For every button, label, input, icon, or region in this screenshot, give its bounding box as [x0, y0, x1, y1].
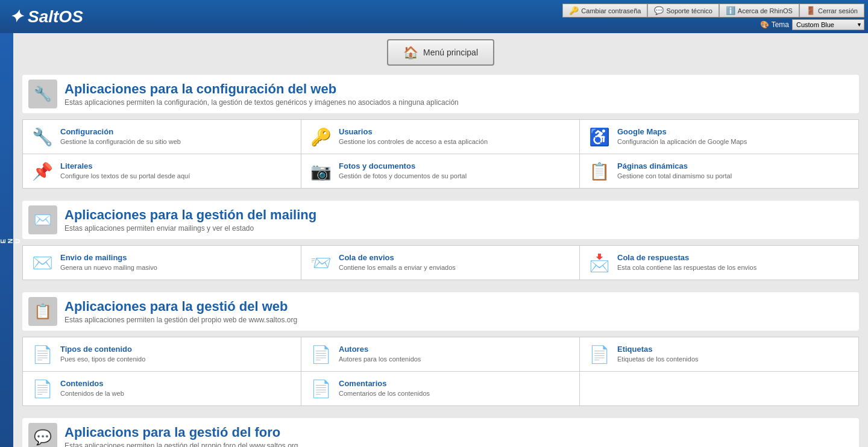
logout-button[interactable]: 🚪Cerrar sesión [799, 4, 864, 17]
app-cell-desc: Esta cola contiene las respuestas de los… [617, 263, 756, 272]
app-icon-literales: 📌 [30, 159, 54, 183]
about-button[interactable]: ℹ️Acerca de RhinOS [719, 4, 799, 17]
section-header-forum: 💬Aplicacions para la gestió del foroEsta… [22, 418, 859, 447]
section-header-web-config: 🔧Aplicaciones para la configuración del … [22, 75, 859, 113]
app-cell[interactable]: 📄AutoresAutores para los contenidos [301, 337, 580, 372]
app-cell-title: Literales [60, 161, 190, 170]
main-content: 🏠 Menú principal 🔧Aplicaciones para la c… [13, 33, 868, 447]
section-title-web-gestion: Aplicaciones para la gestió del web [64, 299, 297, 314]
theme-select[interactable]: Custom Blue [792, 19, 864, 30]
app-icon-páginas-dinámicas: 📋 [587, 159, 611, 183]
section-icon-mailing: ✉️ [28, 205, 57, 234]
section-desc-web-config: Estas aplicaciones permiten la configura… [64, 98, 459, 107]
app-cell-title: Comentarios [339, 379, 430, 388]
app-icon-comentarios: 📄 [309, 377, 333, 401]
app-icon-contenidos: 📄 [30, 377, 54, 401]
app-icon-tipos-de-contenido: 📄 [30, 342, 54, 366]
about-icon: ℹ️ [726, 6, 735, 15]
menu-principal-label: Menú principal [423, 48, 478, 57]
app-cell [580, 372, 858, 405]
section-header-mailing: ✉️Aplicaciones para la gestión del maili… [22, 201, 859, 239]
app-cell-title: Contenidos [60, 379, 124, 388]
section-icon-web-gestion: 📋 [28, 297, 57, 326]
app-cell-desc: Genera un nuevo mailing masivo [60, 263, 157, 272]
app-icon-configuración: 🔧 [30, 125, 54, 149]
app-cell[interactable]: 📨Cola de enviosContiene los emails a env… [301, 246, 580, 280]
section-title-web-config: Aplicaciones para la configuración del w… [64, 81, 459, 97]
logout-icon: 🚪 [806, 6, 816, 15]
theme-label: 🎨 Tema [760, 20, 789, 29]
app-cell[interactable]: 📌LiteralesConfigure los textos de su por… [23, 154, 301, 188]
app-cell[interactable]: 📄ComentariosComentarios de los contenido… [301, 372, 580, 405]
change-password-icon: 🔑 [569, 6, 579, 15]
app-cell-desc: Gestione los controles de acceso a esta … [339, 137, 488, 146]
app-cell-desc: Configure los textos de su portal desde … [60, 172, 190, 180]
app-cell-desc: Comentarios de los contenidos [339, 389, 430, 398]
app-icon-autores: 📄 [309, 342, 333, 366]
app-grid-mailing: ✉️Envio de mailingsGenera un nuevo maili… [22, 245, 859, 280]
header: ✦ SaltOS 🔑Cambiar contraseña💬Soporte téc… [0, 0, 868, 33]
app-cell-desc: Contenidos de la web [60, 389, 124, 398]
app-cell-title: Fotos y documentos [339, 161, 467, 170]
app-cell-title: Páginas dinámicas [617, 161, 732, 170]
section-forum: 💬Aplicacions para la gestió del foroEsta… [22, 418, 859, 447]
section-desc-mailing: Estas aplicaciones permiten enviar maili… [64, 224, 316, 233]
app-cell-title: Cola de envios [339, 253, 456, 262]
app-cell-desc: Etiquetas de los contenidos [617, 355, 699, 363]
section-desc-web-gestion: Estas aplicaciones permiten la gestión d… [64, 316, 297, 324]
app-icon-google-maps: ♿ [587, 125, 611, 149]
app-cell[interactable]: 🔑UsuariosGestione los controles de acces… [301, 120, 580, 154]
app-cell[interactable]: ✉️Envio de mailingsGenera un nuevo maili… [23, 246, 301, 280]
header-right: 🔑Cambiar contraseña💬Soporte técnicoℹ️Ace… [562, 0, 868, 33]
app-cell-desc: Contiene los emails a enviar y enviados [339, 263, 456, 272]
app-cell-desc: Configuración la aplicación de Google Ma… [617, 137, 747, 146]
section-header-web-gestion: 📋Aplicaciones para la gestió del webEsta… [22, 292, 859, 331]
app-icon-cola-de-respuestas: 📩 [587, 251, 611, 275]
section-web-gestion: 📋Aplicaciones para la gestió del webEsta… [22, 292, 859, 406]
theme-icon: 🎨 [760, 20, 769, 29]
app-cell-title: Envio de mailings [60, 253, 157, 262]
app-grid-web-gestion: 📄Tipos de contenidoPues eso, tipos de co… [22, 337, 859, 406]
menu-principal-button[interactable]: 🏠 Menú principal [387, 39, 494, 66]
section-icon-web-config: 🔧 [28, 80, 57, 108]
change-password-button[interactable]: 🔑Cambiar contraseña [562, 4, 647, 17]
header-buttons: 🔑Cambiar contraseña💬Soporte técnicoℹ️Ace… [562, 0, 868, 17]
app-cell[interactable]: 📄Tipos de contenidoPues eso, tipos de co… [23, 337, 301, 372]
app-cell-desc: Gestione con total dinamismo su portal [617, 172, 732, 180]
menu-principal-area: 🏠 Menú principal [22, 39, 859, 66]
theme-wrapper: Custom Blue [792, 19, 864, 30]
app-cell-desc: Autores para los contenidos [339, 355, 421, 363]
section-title-forum: Aplicacions para la gestió del foro [64, 425, 298, 440]
logo-star: ✦ [9, 7, 23, 27]
app-icon-envio-de-mailings: ✉️ [30, 251, 54, 275]
section-web-config: 🔧Aplicaciones para la configuración del … [22, 75, 859, 189]
app-icon-usuarios: 🔑 [309, 125, 333, 149]
app-cell-desc: Pues eso, tipos de contenido [60, 355, 145, 363]
app-cell[interactable]: 📋Páginas dinámicasGestione con total din… [580, 154, 858, 188]
app-cell[interactable]: 🔧ConfiguraciónGestione la configuración … [23, 120, 301, 154]
app-cell-title: Cola de respuestas [617, 253, 756, 262]
section-mailing: ✉️Aplicaciones para la gestión del maili… [22, 201, 859, 280]
app-cell-title: Etiquetas [617, 345, 699, 354]
support-icon: 💬 [654, 6, 664, 15]
app-cell-desc: Gestión de fotos y documentos de su port… [339, 172, 467, 180]
app-cell-title: Autores [339, 345, 421, 354]
home-icon: 🏠 [403, 45, 418, 60]
app-cell-title: Usuarios [339, 127, 488, 136]
support-button[interactable]: 💬Soporte técnico [647, 4, 719, 17]
app-cell[interactable]: 📷Fotos y documentosGestión de fotos y do… [301, 154, 580, 188]
section-desc-forum: Estas aplicaciones permiten la gestión d… [64, 442, 298, 447]
app-cell-title: Configuración [60, 127, 181, 136]
app-cell[interactable]: 📄ContenidosContenidos de la web [23, 372, 301, 405]
app-icon-cola-de-envios: 📨 [309, 251, 333, 275]
app-cell-title: Tipos de contenido [60, 345, 145, 354]
app-cell[interactable]: ♿Google MapsConfiguración la aplicación … [580, 120, 858, 154]
app-cell-desc: Gestione la configuración de su sitio we… [60, 137, 181, 146]
section-title-mailing: Aplicaciones para la gestión del mailing [64, 207, 316, 223]
sidebar-label: MENU [0, 236, 21, 243]
app-cell[interactable]: 📄EtiquetasEtiquetas de los contenidos [580, 337, 858, 372]
app-cell[interactable]: 📩Cola de respuestasEsta cola contiene la… [580, 246, 858, 280]
sidebar[interactable]: MENU [0, 33, 13, 447]
theme-row: 🎨 Tema Custom Blue [760, 17, 868, 33]
app-icon-etiquetas: 📄 [587, 342, 611, 366]
